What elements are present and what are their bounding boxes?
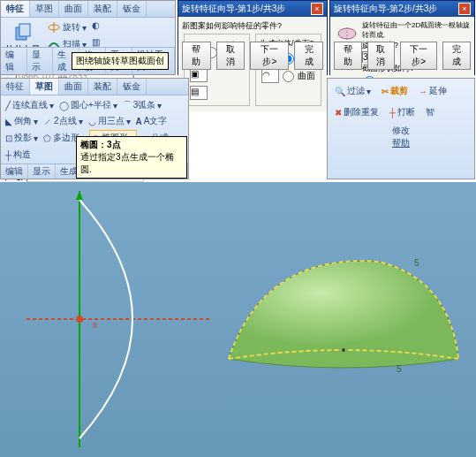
circle-button[interactable]: ◯圆心+半径▾ <box>57 98 119 112</box>
help-button[interactable]: 帮助 <box>182 42 211 70</box>
filter-button[interactable]: 🔍过滤▾ <box>333 84 373 98</box>
break-button[interactable]: ┼打断 <box>388 105 417 119</box>
delete-icon: ✖ <box>335 108 342 118</box>
modify-ribbon: 🔍过滤▾ ✂裁剪 →延伸 ✖删除重复 ┼打断 智 修改 帮助 <box>327 78 475 179</box>
text-button[interactable]: AA文字 <box>134 114 170 128</box>
viewport-3d[interactable]: x 5 5 <box>0 182 476 457</box>
trim-button[interactable]: ✂裁剪 <box>380 84 410 98</box>
finish-button-2[interactable]: 完成 <box>442 42 471 70</box>
section-label: 修改 <box>333 125 469 137</box>
sketch-ribbon: 特征 草图 曲面 装配 钣金 ╱连续直线▾ ◯圆心+半径▾ ⌒3弧条▾ ◣倒角▾… <box>0 78 189 179</box>
svg-marker-8 <box>76 191 83 200</box>
ft-edit[interactable]: 编辑 <box>1 48 27 74</box>
tab2-sketch[interactable]: 草图 <box>30 79 59 95</box>
extrude-icon <box>12 22 34 43</box>
adjust-button[interactable]: 智 <box>424 105 436 119</box>
dialog2-prompt: 旋转特征由一个2D截面绕一根轴旋转而成. <box>362 20 471 40</box>
revolve-button[interactable]: 旋转 ▾ <box>45 19 88 35</box>
revolve-tooltip: 图绕轴旋转草图截面创 <box>72 52 169 70</box>
ft-show[interactable]: 显示 <box>27 48 54 74</box>
next-button[interactable]: 下一步> <box>250 42 289 70</box>
tab2-sheetmetal[interactable]: 钣金 <box>117 79 147 95</box>
finish-button[interactable]: 完成 <box>294 42 323 70</box>
arc-button[interactable]: ⌒3弧条▾ <box>121 98 164 112</box>
chamfer-button[interactable]: ◣倒角▾ <box>4 114 40 128</box>
svg-text:5: 5 <box>397 364 402 374</box>
svg-point-10 <box>342 348 345 352</box>
extend-button[interactable]: →延伸 <box>417 84 449 98</box>
extend-icon: → <box>419 87 427 96</box>
cut-icon: ▤ <box>190 86 208 100</box>
proj-button[interactable]: ⊡投影▾ <box>4 130 40 146</box>
close-icon[interactable]: × <box>311 3 323 15</box>
ellipse-tooltip: 椭圆：3点 通过指定3点生成一个椭圆. <box>76 136 187 179</box>
break-icon: ┼ <box>389 108 396 118</box>
small-btn-1[interactable]: ◐ <box>90 19 129 35</box>
shell-icon: ◐ <box>92 20 106 34</box>
twopt-button[interactable]: ⟋2点线▾ <box>42 114 85 128</box>
next-button-2[interactable]: 下一步> <box>400 42 437 70</box>
ft2-edit[interactable]: 编辑 <box>1 164 28 179</box>
tab2-feature[interactable]: 特征 <box>1 79 30 95</box>
tab-surface[interactable]: 曲面 <box>59 1 88 17</box>
revolve-wizard-step1: 旋转特征向导-第1步/共3步× 新图案如何影响特征的零件? ▢独立实体 ▣ ▤ … <box>178 0 328 75</box>
tab2-assembly[interactable]: 装配 <box>88 79 117 95</box>
dialog-prompt: 新图案如何影响特征的零件? <box>182 20 323 32</box>
help-link[interactable]: 帮助 <box>333 137 469 149</box>
sketch-curve: x <box>26 191 212 447</box>
close-icon-2[interactable]: × <box>458 3 471 15</box>
tab-sketch[interactable]: 草图 <box>30 1 59 17</box>
dialog-titlebar[interactable]: 旋转特征向导-第1步/共3步× <box>178 1 327 17</box>
dialog-titlebar-2[interactable]: 旋转特征向导-第2步/共3步× <box>330 1 474 17</box>
cancel-button-2[interactable]: 取消 <box>367 42 396 70</box>
revolve-icon <box>47 20 61 34</box>
help-button-2[interactable]: 帮助 <box>334 42 362 70</box>
line-button[interactable]: ╱连续直线▾ <box>4 98 56 112</box>
scissors-icon: ✂ <box>382 87 389 96</box>
ft2-show[interactable]: 显示 <box>28 164 56 179</box>
construct-button[interactable]: ┼构造 <box>4 148 33 162</box>
tab-feature[interactable]: 特征 <box>1 1 30 17</box>
svg-text:5: 5 <box>414 258 419 268</box>
svg-rect-1 <box>19 24 30 36</box>
delredo-button[interactable]: ✖删除重复 <box>333 105 381 119</box>
filter-icon: 🔍 <box>335 87 345 96</box>
ribbon-tabstrip: 特征 草图 曲面 装配 钣金 <box>1 1 175 18</box>
revolve-wizard-step2: 旋转特征向导-第2步/共3步× 旋转特征由一个2D截面绕一根轴旋转而成. 旋转角… <box>329 0 475 75</box>
cancel-button[interactable]: 取消 <box>216 42 246 70</box>
tab-assembly[interactable]: 装配 <box>88 1 117 17</box>
revolved-surface: 5 5 <box>220 226 467 403</box>
svg-point-9 <box>76 316 83 323</box>
opt-sub[interactable]: ▤ <box>188 84 246 102</box>
tab2-surface[interactable]: 曲面 <box>59 79 88 95</box>
feature-ribbon: 特征 草图 曲面 装配 钣金 拉伸向导 旋转 ▾ 扫描 ▾ ◧特征 ◐ ▥ 旋转… <box>0 0 176 75</box>
tab-sheetmetal[interactable]: 钣金 <box>117 1 147 17</box>
axis-x-label: x <box>93 320 97 330</box>
threept-button[interactable]: ◡用三点▾ <box>87 114 132 128</box>
